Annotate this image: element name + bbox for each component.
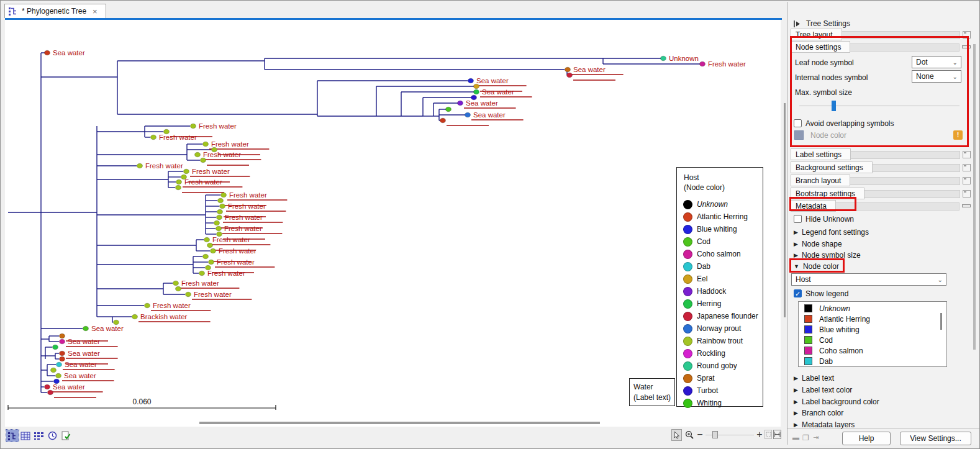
leaf-node-dot[interactable] [145, 303, 150, 308]
leaf-node-dot[interactable] [186, 292, 191, 297]
leaf-label[interactable]: Unknown [669, 55, 699, 62]
open-section-icon[interactable] [963, 177, 971, 184]
leaf-node-dot[interactable] [199, 271, 205, 276]
leaf-node-dot[interactable] [53, 345, 58, 350]
leaf-node-dot[interactable] [48, 390, 53, 395]
zoom-tool-button[interactable] [684, 429, 695, 441]
minimize-panel-icon[interactable]: ▬ [792, 433, 799, 441]
leaf-node-dot[interactable] [176, 286, 181, 291]
zoom-out-button[interactable]: − [696, 430, 704, 440]
subsection-label-text[interactable]: ▶Label text [794, 374, 834, 383]
leaf-label[interactable]: Fresh water [228, 202, 266, 210]
leaf-label[interactable]: Sea water [68, 338, 100, 345]
leaf-node-dot[interactable] [661, 56, 666, 61]
open-section-icon[interactable] [963, 151, 971, 158]
leaf-node-dot[interactable] [132, 314, 138, 319]
phylogenetic-tree-plot[interactable]: Sea waterUnknownFresh waterSea waterSea … [1, 1, 783, 429]
leaf-node-dot[interactable] [56, 373, 61, 378]
fit-selection-button[interactable] [764, 430, 772, 439]
leaf-node-dot[interactable] [209, 260, 214, 265]
open-section-icon[interactable] [963, 164, 971, 171]
leaf-node-dot[interactable] [201, 158, 206, 163]
leaf-label[interactable]: Fresh water [708, 60, 746, 68]
leaf-node-dot[interactable] [83, 326, 89, 331]
leaf-label[interactable]: Fresh water [207, 270, 245, 277]
leaf-node-dot[interactable] [458, 101, 463, 106]
leaf-node-dot[interactable] [176, 185, 181, 190]
leaf-node-dot[interactable] [440, 118, 446, 123]
leaf-node-dot[interactable] [216, 226, 222, 231]
leaf-label[interactable]: Fresh water [224, 225, 262, 232]
vertical-scrollbar[interactable] [784, 103, 786, 317]
subsection-label-background-color[interactable]: ▶Label background color [794, 397, 879, 406]
zoom-slider-thumb[interactable] [712, 431, 718, 438]
node-color-legend-list[interactable]: UnknownAtlantic HerringBlue whitingCodCo… [798, 301, 947, 367]
leaf-label[interactable]: Fresh water [199, 122, 237, 130]
history-view-icon[interactable] [46, 430, 58, 442]
element-info-view-icon[interactable] [60, 430, 72, 442]
sidebar-scrollbar[interactable] [973, 44, 976, 350]
section-background-settings[interactable]: Background settings [791, 161, 971, 173]
leaf-label[interactable]: Sea water [473, 111, 506, 119]
view-settings-button[interactable]: View Settings... [900, 432, 971, 445]
leaf-node-dot[interactable] [700, 61, 706, 66]
fit-width-button[interactable] [773, 430, 781, 439]
pan-cursor-button[interactable] [671, 429, 682, 441]
leaf-node-dot[interactable] [60, 339, 65, 344]
leaf-label[interactable]: Sea water [476, 77, 509, 84]
subsection-label-text-color[interactable]: ▶Label text color [794, 386, 852, 394]
leaf-label[interactable]: Sea water [466, 99, 498, 107]
subsection-node-shape[interactable]: ▶Node shape [794, 240, 842, 248]
leaf-node-dot[interactable] [195, 152, 201, 157]
leaf-label[interactable]: Sea water [68, 350, 100, 357]
leaf-node-dot[interactable] [184, 169, 189, 174]
leaf-node-dot[interactable] [446, 107, 451, 112]
tree-view-icon[interactable] [6, 430, 19, 442]
metadata-column-select[interactable]: Host⌄ [791, 273, 946, 286]
leaf-node-dot[interactable] [204, 237, 210, 242]
leaf-node-dot[interactable] [567, 73, 573, 78]
leaf-label[interactable]: Sea water [64, 372, 96, 379]
hide-unknown-checkbox[interactable] [794, 215, 802, 223]
table-view-icon[interactable] [19, 430, 32, 442]
leaf-node-dot[interactable] [474, 84, 479, 89]
leaf-node-dot[interactable] [207, 243, 213, 248]
leaf-node-dot[interactable] [565, 67, 571, 72]
leaf-node-dot[interactable] [221, 193, 227, 197]
legend-list-item[interactable]: Atlantic Herring [799, 314, 946, 324]
water-legend-box[interactable]: Water (Label text) [629, 378, 675, 406]
leaf-node-dot[interactable] [60, 333, 65, 338]
leaf-label[interactable]: Fresh water [211, 140, 249, 148]
leaf-node-dot[interactable] [474, 89, 479, 94]
leaf-node-dot[interactable] [218, 198, 224, 203]
leaf-label[interactable]: Brackish water [140, 313, 188, 320]
leaf-label[interactable]: Fresh water [219, 247, 256, 255]
dock-panel-icon[interactable]: ⇥ [813, 433, 819, 442]
leaf-node-dot[interactable] [137, 163, 143, 168]
leaf-node-dot[interactable] [468, 78, 474, 83]
leaf-label[interactable]: Fresh water [212, 236, 250, 243]
leaf-node-dot[interactable] [45, 50, 50, 55]
leaf-label[interactable]: Fresh water [159, 134, 197, 141]
leaf-label[interactable]: Sea water [53, 383, 85, 391]
leaf-label[interactable]: Fresh water [145, 162, 183, 170]
subsection-branch-color[interactable]: ▶Branch color [794, 409, 843, 417]
legend-list-item[interactable]: Cod [799, 335, 946, 345]
list-view-icon[interactable] [32, 430, 45, 442]
leaf-label[interactable]: Fresh water [229, 191, 267, 199]
leaf-label[interactable]: Fresh water [203, 151, 241, 158]
leaf-node-dot[interactable] [173, 281, 179, 286]
leaf-node-dot[interactable] [176, 179, 182, 184]
legend-list-item[interactable]: Unknown [799, 303, 946, 314]
leaf-label[interactable]: Sea water [482, 88, 514, 96]
leaf-node-dot[interactable] [217, 215, 222, 220]
leaf-node-dot[interactable] [114, 320, 119, 325]
leaf-node-dot[interactable] [151, 135, 157, 140]
subsection-legend-font-settings[interactable]: ▶Legend font settings [794, 228, 869, 237]
leaf-label[interactable]: Fresh water [225, 214, 263, 221]
legend-list-item[interactable]: Coho salmon [799, 345, 946, 356]
leaf-node-dot[interactable] [220, 204, 225, 209]
legend-list-scrollbar[interactable] [940, 313, 942, 330]
leaf-node-dot[interactable] [203, 254, 209, 259]
collapse-section-icon[interactable] [962, 204, 971, 207]
